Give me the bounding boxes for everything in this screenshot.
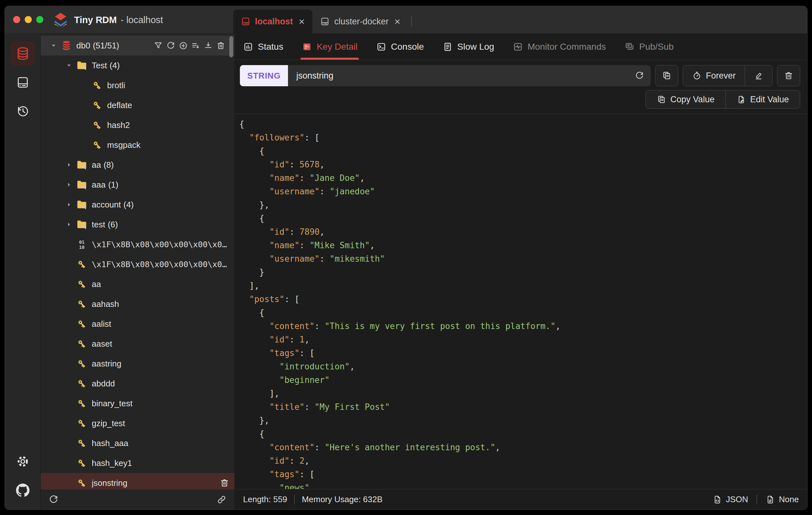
link-icon[interactable] [216,494,227,505]
tree-db-db0[interactable]: db0(51/51) [41,36,234,55]
caret-right-icon[interactable] [62,200,76,209]
copy-key-button[interactable] [655,65,678,86]
view-as-select[interactable]: JSON [713,494,748,505]
left-rail [5,34,41,510]
main-panel: StatusKey DetailConsoleSlow LogMonitor C… [235,34,807,510]
tree-item-label: test [92,220,105,230]
value-viewer[interactable]: { "followers": [ { "id": 5678, "name": "… [235,114,807,489]
tree-folder-aa[interactable]: aa(8) [41,155,234,175]
ttl-button[interactable]: Forever [683,65,745,86]
tab-key-detail[interactable]: Key Detail [302,34,357,60]
code-line: "username": "mikesmith" [239,252,807,265]
code-line: "tags": [ [239,346,807,360]
tree-key-_x1F_x8B_x08_x00_x00_x00_x00_[interactable]: 0110\x1F\x8B\x08\x00\x00\x00\x00... [41,234,234,254]
tree-folder-test[interactable]: test(6) [41,214,234,234]
key-icon [91,119,103,131]
tree-key-gzip_test[interactable]: gzip_test [41,413,234,433]
folder-icon [76,159,88,171]
close-tab-icon[interactable]: × [395,16,401,27]
connection-tab-localhost[interactable]: localhost× [233,10,312,33]
caret-down-icon[interactable] [62,61,76,69]
caret-right-icon [65,180,73,189]
key-name-input[interactable]: jsonstring [288,65,651,86]
rail-browser-button[interactable] [10,41,35,66]
rename-key-button[interactable] [745,65,772,86]
close-tab-icon[interactable]: × [299,16,305,27]
trash-icon[interactable] [216,41,226,50]
tree-key-aaset[interactable]: aaset [41,334,234,354]
code-line: "news", [239,481,807,489]
tree-folder-aaa[interactable]: aaa(1) [41,175,234,195]
tree-key-aastring[interactable]: aastring [41,354,234,374]
refresh-icon[interactable] [166,41,175,50]
tree-item-label: aalist [92,319,111,329]
tree-key-binary_test[interactable]: binary_test [41,394,234,413]
tab-pub-sub[interactable]: Pub/Sub [625,34,673,60]
tree-key-aalist[interactable]: aalist [41,314,234,334]
tab-label: Key Detail [317,42,357,52]
key-icon [76,298,88,310]
tree-folder-Test[interactable]: Test(4) [41,55,234,75]
decode-select[interactable]: None [765,494,799,505]
caret-right-icon[interactable] [62,220,76,229]
tab-status[interactable]: Status [243,34,283,60]
key-tree[interactable]: db0(51/51)Test(4)brotlideflatehash2msgpa… [41,34,234,489]
caret-right-icon [65,200,73,209]
tab-monitor-commands[interactable]: Monitor Commands [513,34,606,60]
tree-key-msgpack[interactable]: msgpack [41,135,234,155]
code-line: "title": "My First Post" [239,400,807,414]
tree-key-_x1F_x8B_x08_x00_x00_x00_x00_[interactable]: \x1F\x8B\x08\x00\x00\x00\x00... [41,254,234,274]
caret-right-icon[interactable] [62,180,76,189]
tree-key-hash_aaa[interactable]: hash_aaa [41,433,234,453]
tree-key-aahash[interactable]: aahash [41,294,234,314]
rail-server-button[interactable] [10,70,35,94]
code-line: "followers": [ [239,131,807,144]
rail-settings-button[interactable] [10,449,35,474]
filter-icon[interactable] [154,41,163,50]
key-icon [91,80,103,91]
reload-key-icon[interactable] [635,71,644,81]
caret-right-icon[interactable] [62,161,76,169]
tree-folder-account[interactable]: account(4) [41,195,234,214]
tree-key-hash_key1[interactable]: hash_key1 [41,453,234,473]
tree-item-label: aaset [92,339,112,349]
tree-item-label: abddd [92,379,115,389]
key-icon [91,99,103,111]
tab-console[interactable]: Console [376,34,424,60]
tree-key-abddd[interactable]: abddd [41,374,234,394]
tree-scrollbar[interactable] [229,36,233,57]
tree-key-hash2[interactable]: hash2 [41,115,234,135]
folder-icon [76,60,88,71]
caret-down-icon[interactable] [47,41,61,50]
edit-value-button[interactable]: Edit Value [725,90,800,108]
tree-key-aa[interactable]: aa [41,274,234,294]
caret-right-icon [65,220,73,229]
tab-slow-log[interactable]: Slow Log [442,34,494,60]
zoom-window-button[interactable] [36,16,43,23]
sort-icon[interactable] [191,41,200,50]
close-window-button[interactable] [13,16,20,23]
connection-tab-cluster-docker[interactable]: cluster-docker× [312,10,408,33]
caret-down-icon [49,41,58,50]
delete-key-button[interactable] [777,65,800,86]
refresh-icon[interactable] [49,494,59,505]
stopwatch-icon [692,71,702,81]
rail-github-button[interactable] [10,478,35,503]
tree-key-jsonstring[interactable]: jsonstring [41,473,234,489]
tree-key-brotli[interactable]: brotli [41,75,234,95]
tree-key-deflate[interactable]: deflate [41,95,234,115]
traffic-lights [13,16,43,23]
trash-icon[interactable] [220,478,229,488]
code-line: "content": "This is my very first post o… [239,319,807,333]
divider [756,495,757,505]
folder-icon [76,179,88,191]
history-icon [16,105,29,118]
tab-label: Monitor Commands [527,42,606,52]
import-icon[interactable] [204,41,213,50]
edit-value-label: Edit Value [750,94,789,105]
plus-icon[interactable] [179,41,188,50]
copy-value-button[interactable]: Copy Value [646,90,725,108]
code-line: "id": 5678, [239,158,807,171]
rail-history-button[interactable] [10,99,35,123]
minimize-window-button[interactable] [25,16,32,23]
